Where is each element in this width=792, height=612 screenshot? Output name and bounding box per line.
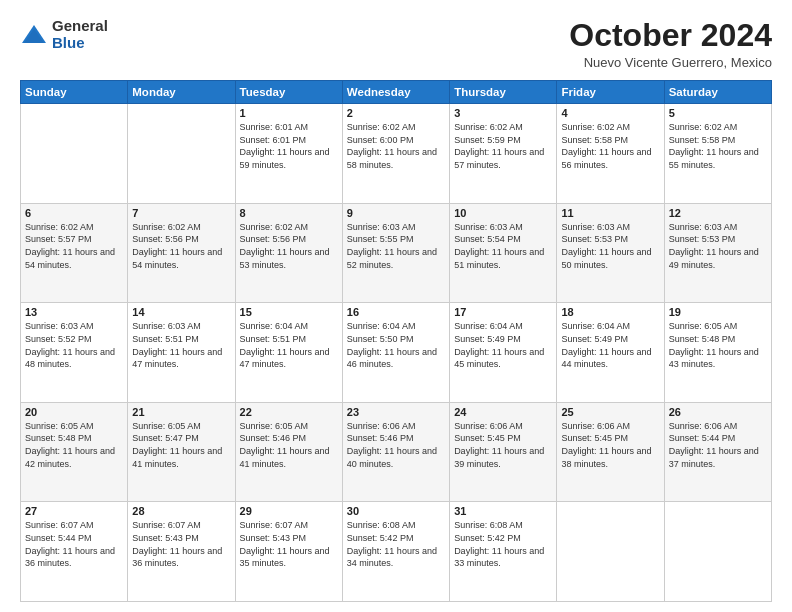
day-info: Sunrise: 6:03 AMSunset: 5:55 PMDaylight:… — [347, 221, 445, 271]
calendar-day-cell: 11Sunrise: 6:03 AMSunset: 5:53 PMDayligh… — [557, 203, 664, 303]
calendar-day-cell: 8Sunrise: 6:02 AMSunset: 5:56 PMDaylight… — [235, 203, 342, 303]
calendar-week-row: 20Sunrise: 6:05 AMSunset: 5:48 PMDayligh… — [21, 402, 772, 502]
day-info: Sunrise: 6:03 AMSunset: 5:52 PMDaylight:… — [25, 320, 123, 370]
day-info: Sunrise: 6:08 AMSunset: 5:42 PMDaylight:… — [454, 519, 552, 569]
calendar-day-cell — [21, 104, 128, 204]
calendar-week-row: 27Sunrise: 6:07 AMSunset: 5:44 PMDayligh… — [21, 502, 772, 602]
calendar-day-cell: 29Sunrise: 6:07 AMSunset: 5:43 PMDayligh… — [235, 502, 342, 602]
day-number: 23 — [347, 406, 445, 418]
day-info: Sunrise: 6:03 AMSunset: 5:53 PMDaylight:… — [561, 221, 659, 271]
calendar-day-cell: 20Sunrise: 6:05 AMSunset: 5:48 PMDayligh… — [21, 402, 128, 502]
day-number: 17 — [454, 306, 552, 318]
day-number: 21 — [132, 406, 230, 418]
day-number: 14 — [132, 306, 230, 318]
subtitle: Nuevo Vicente Guerrero, Mexico — [569, 55, 772, 70]
day-number: 30 — [347, 505, 445, 517]
day-number: 9 — [347, 207, 445, 219]
day-info: Sunrise: 6:07 AMSunset: 5:44 PMDaylight:… — [25, 519, 123, 569]
day-number: 25 — [561, 406, 659, 418]
day-number: 28 — [132, 505, 230, 517]
day-number: 6 — [25, 207, 123, 219]
day-of-week-header: Monday — [128, 81, 235, 104]
day-number: 27 — [25, 505, 123, 517]
day-info: Sunrise: 6:05 AMSunset: 5:46 PMDaylight:… — [240, 420, 338, 470]
calendar: SundayMondayTuesdayWednesdayThursdayFrid… — [20, 80, 772, 602]
calendar-day-cell: 5Sunrise: 6:02 AMSunset: 5:58 PMDaylight… — [664, 104, 771, 204]
day-number: 29 — [240, 505, 338, 517]
logo-general-text: General — [52, 18, 108, 35]
header: General Blue October 2024 Nuevo Vicente … — [20, 18, 772, 70]
calendar-day-cell: 18Sunrise: 6:04 AMSunset: 5:49 PMDayligh… — [557, 303, 664, 403]
day-info: Sunrise: 6:06 AMSunset: 5:45 PMDaylight:… — [561, 420, 659, 470]
day-of-week-header: Friday — [557, 81, 664, 104]
day-number: 12 — [669, 207, 767, 219]
day-info: Sunrise: 6:02 AMSunset: 6:00 PMDaylight:… — [347, 121, 445, 171]
calendar-week-row: 1Sunrise: 6:01 AMSunset: 6:01 PMDaylight… — [21, 104, 772, 204]
calendar-day-cell: 14Sunrise: 6:03 AMSunset: 5:51 PMDayligh… — [128, 303, 235, 403]
day-info: Sunrise: 6:02 AMSunset: 5:58 PMDaylight:… — [561, 121, 659, 171]
calendar-day-cell — [557, 502, 664, 602]
page: General Blue October 2024 Nuevo Vicente … — [0, 0, 792, 612]
day-number: 18 — [561, 306, 659, 318]
day-number: 22 — [240, 406, 338, 418]
calendar-day-cell: 4Sunrise: 6:02 AMSunset: 5:58 PMDaylight… — [557, 104, 664, 204]
day-number: 20 — [25, 406, 123, 418]
day-of-week-header: Sunday — [21, 81, 128, 104]
calendar-day-cell: 27Sunrise: 6:07 AMSunset: 5:44 PMDayligh… — [21, 502, 128, 602]
calendar-day-cell: 28Sunrise: 6:07 AMSunset: 5:43 PMDayligh… — [128, 502, 235, 602]
day-info: Sunrise: 6:04 AMSunset: 5:51 PMDaylight:… — [240, 320, 338, 370]
calendar-day-cell: 15Sunrise: 6:04 AMSunset: 5:51 PMDayligh… — [235, 303, 342, 403]
calendar-day-cell: 10Sunrise: 6:03 AMSunset: 5:54 PMDayligh… — [450, 203, 557, 303]
calendar-day-cell: 23Sunrise: 6:06 AMSunset: 5:46 PMDayligh… — [342, 402, 449, 502]
day-number: 11 — [561, 207, 659, 219]
month-title: October 2024 — [569, 18, 772, 53]
calendar-day-cell: 12Sunrise: 6:03 AMSunset: 5:53 PMDayligh… — [664, 203, 771, 303]
calendar-day-cell: 19Sunrise: 6:05 AMSunset: 5:48 PMDayligh… — [664, 303, 771, 403]
day-number: 4 — [561, 107, 659, 119]
day-number: 3 — [454, 107, 552, 119]
calendar-day-cell: 1Sunrise: 6:01 AMSunset: 6:01 PMDaylight… — [235, 104, 342, 204]
day-number: 15 — [240, 306, 338, 318]
day-info: Sunrise: 6:07 AMSunset: 5:43 PMDaylight:… — [132, 519, 230, 569]
day-number: 16 — [347, 306, 445, 318]
calendar-day-cell: 24Sunrise: 6:06 AMSunset: 5:45 PMDayligh… — [450, 402, 557, 502]
day-info: Sunrise: 6:02 AMSunset: 5:57 PMDaylight:… — [25, 221, 123, 271]
day-of-week-header: Saturday — [664, 81, 771, 104]
day-of-week-header: Tuesday — [235, 81, 342, 104]
logo-text: General Blue — [52, 18, 108, 51]
calendar-header-row: SundayMondayTuesdayWednesdayThursdayFrid… — [21, 81, 772, 104]
calendar-day-cell: 16Sunrise: 6:04 AMSunset: 5:50 PMDayligh… — [342, 303, 449, 403]
day-of-week-header: Wednesday — [342, 81, 449, 104]
calendar-week-row: 13Sunrise: 6:03 AMSunset: 5:52 PMDayligh… — [21, 303, 772, 403]
day-info: Sunrise: 6:04 AMSunset: 5:50 PMDaylight:… — [347, 320, 445, 370]
day-info: Sunrise: 6:01 AMSunset: 6:01 PMDaylight:… — [240, 121, 338, 171]
day-info: Sunrise: 6:06 AMSunset: 5:44 PMDaylight:… — [669, 420, 767, 470]
calendar-day-cell — [664, 502, 771, 602]
calendar-day-cell: 17Sunrise: 6:04 AMSunset: 5:49 PMDayligh… — [450, 303, 557, 403]
day-number: 24 — [454, 406, 552, 418]
calendar-day-cell: 3Sunrise: 6:02 AMSunset: 5:59 PMDaylight… — [450, 104, 557, 204]
day-number: 2 — [347, 107, 445, 119]
day-info: Sunrise: 6:02 AMSunset: 5:58 PMDaylight:… — [669, 121, 767, 171]
calendar-day-cell: 13Sunrise: 6:03 AMSunset: 5:52 PMDayligh… — [21, 303, 128, 403]
day-info: Sunrise: 6:04 AMSunset: 5:49 PMDaylight:… — [561, 320, 659, 370]
day-info: Sunrise: 6:03 AMSunset: 5:51 PMDaylight:… — [132, 320, 230, 370]
day-info: Sunrise: 6:06 AMSunset: 5:45 PMDaylight:… — [454, 420, 552, 470]
day-number: 19 — [669, 306, 767, 318]
day-info: Sunrise: 6:02 AMSunset: 5:59 PMDaylight:… — [454, 121, 552, 171]
calendar-day-cell: 9Sunrise: 6:03 AMSunset: 5:55 PMDaylight… — [342, 203, 449, 303]
day-info: Sunrise: 6:08 AMSunset: 5:42 PMDaylight:… — [347, 519, 445, 569]
calendar-day-cell: 22Sunrise: 6:05 AMSunset: 5:46 PMDayligh… — [235, 402, 342, 502]
calendar-day-cell: 30Sunrise: 6:08 AMSunset: 5:42 PMDayligh… — [342, 502, 449, 602]
day-number: 7 — [132, 207, 230, 219]
calendar-day-cell: 6Sunrise: 6:02 AMSunset: 5:57 PMDaylight… — [21, 203, 128, 303]
day-number: 10 — [454, 207, 552, 219]
calendar-week-row: 6Sunrise: 6:02 AMSunset: 5:57 PMDaylight… — [21, 203, 772, 303]
logo-icon — [20, 21, 48, 49]
day-info: Sunrise: 6:06 AMSunset: 5:46 PMDaylight:… — [347, 420, 445, 470]
day-info: Sunrise: 6:04 AMSunset: 5:49 PMDaylight:… — [454, 320, 552, 370]
calendar-day-cell: 26Sunrise: 6:06 AMSunset: 5:44 PMDayligh… — [664, 402, 771, 502]
day-number: 8 — [240, 207, 338, 219]
logo: General Blue — [20, 18, 108, 51]
day-info: Sunrise: 6:03 AMSunset: 5:53 PMDaylight:… — [669, 221, 767, 271]
